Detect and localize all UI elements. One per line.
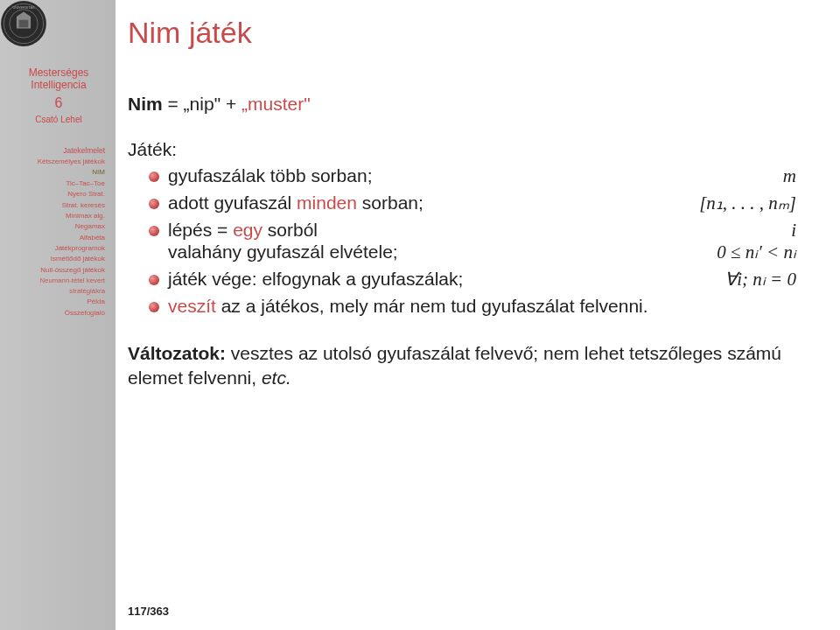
nav-item[interactable]: Ismétlődő játékok [7,254,105,264]
nav-item[interactable]: Alfabéta [7,233,105,243]
author-name: Csató Lehel [7,115,110,124]
nav-item[interactable]: Negamax [7,221,105,232]
list-item: veszít az a játékos, mely már nem tud gy… [149,296,796,317]
list-item: játék vége: elfogynak a gyufaszálak;∀i; … [149,269,796,290]
variations-text: vesztes az utolsó gyufaszálat felvevő; n… [128,343,781,388]
list-item-text: veszít az a játékos, mely már nem tud gy… [168,296,796,317]
list-item: gyufaszálak több sorban;m [149,165,796,187]
university-seal-logo: UNIVERSITAS [0,0,47,47]
game-label: Játék: [128,139,796,160]
bullet-icon [149,199,159,209]
bullet-icon [149,226,159,236]
nav-item[interactable]: Neumann-tétel kevert [7,276,105,286]
nav-item[interactable]: Kétszemélyes játékok [7,157,105,167]
list-item: lépés = egy sorbólivalahány gyufaszál el… [149,220,796,263]
list-item-text: gyufaszálak több sorban; [168,165,766,186]
sidebar-nav: JatekelmeletKétszemélyes játékokNIMTic–T… [7,145,110,318]
nim-def-red: „muster" [242,94,311,114]
page-number: 117/363 [128,605,169,618]
bullet-icon [149,172,159,182]
list-item-text: adott gyufaszál minden sorban; [168,192,682,214]
list-item: adott gyufaszál minden sorban;[n₁, . . .… [149,192,796,214]
math-expr: ∀i; nᵢ = 0 [707,269,796,290]
nim-def-mid: = „nip" + [163,94,242,114]
sidebar: UNIVERSITAS Mesterséges Intelligencia 6 … [0,0,116,630]
bullet-icon [149,275,159,285]
nim-definition: Nim = „nip" + „muster" [128,94,796,115]
nav-item[interactable]: Nyero Strat. [7,189,105,200]
nav-item[interactable]: stratégiákra [7,286,105,297]
course-title-line2: Intelligencia [7,79,110,91]
bullet-icon [149,302,159,312]
nav-item[interactable]: Tic–Tac–Toe [7,178,105,189]
variations-etc: etc. [262,368,291,388]
nav-item[interactable]: Játékprogramok [7,243,105,254]
game-rules-list: gyufaszálak több sorban;madott gyufaszál… [149,165,796,317]
math-expr: i [774,220,796,242]
math-expr: 0 ≤ nᵢ′ < nᵢ [699,242,796,263]
math-expr: m [766,165,796,187]
nav-item[interactable]: Összefoglaló [7,308,105,318]
sidebar-header: Mesterséges Intelligencia 6 Csató Lehel [7,66,110,124]
variations-paragraph: Változatok: vesztes az utolsó gyufaszála… [128,341,796,391]
nim-word: Nim [128,94,163,114]
nav-item[interactable]: Példa [7,297,105,307]
nav-item[interactable]: Null-összegű játékok [7,265,105,276]
nav-item[interactable]: Strat. keresés [7,200,105,211]
list-item-text: játék vége: elfogynak a gyufaszálak; [168,269,707,290]
nav-item[interactable]: Jatekelmelet [7,145,105,157]
nav-item[interactable]: NIM [7,167,105,178]
chapter-number: 6 [7,95,110,111]
slide-title: Nim játék [116,0,840,50]
main-content: Nim játék Nim = „nip" + „muster" Játék: … [116,0,840,630]
nav-item[interactable]: Minimax alg. [7,211,105,221]
svg-text:UNIVERSITAS: UNIVERSITAS [13,6,35,10]
course-title-line1: Mesterséges [7,66,110,79]
variations-label: Változatok: [128,343,226,363]
svg-rect-3 [19,20,29,28]
math-expr: [n₁, . . . , nₘ] [682,192,796,214]
